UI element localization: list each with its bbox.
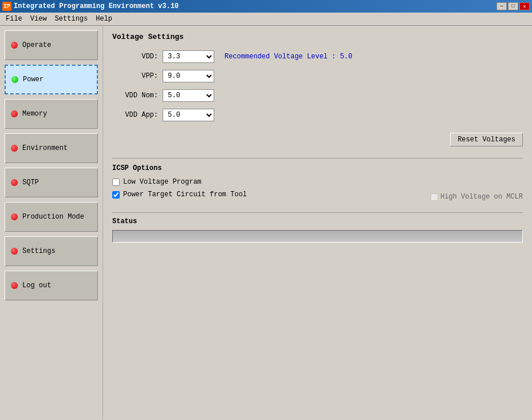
vdd-nom-select[interactable]: 5.0 3.3 2.5	[163, 89, 214, 102]
title-bar: IP Integrated Programming Environment v3…	[0, 0, 532, 13]
title-bar-controls: ─ □ ✕	[496, 2, 530, 10]
vdd-app-label: VDD App:	[112, 111, 158, 119]
sidebar: Operate Power Memory Environment SQTP Pr…	[0, 26, 103, 419]
reset-btn-row: Reset Voltages	[112, 133, 523, 146]
sidebar-item-power-label: Power	[23, 76, 44, 84]
sidebar-item-settings[interactable]: Settings	[5, 236, 98, 266]
voltage-section-title: Voltage Settings	[112, 33, 523, 41]
icsp-section-title: ICSP Options	[112, 164, 523, 172]
icsp-bottom-row: Power Target Circuit from Tool High Volt…	[112, 191, 523, 203]
sidebar-item-log-out[interactable]: Log out	[5, 271, 98, 300]
status-section: Status	[112, 212, 523, 243]
content-area: Voltage Settings VDD: 3.3 5.0 3.6 2.5 Re…	[103, 26, 532, 419]
memory-status-dot	[11, 110, 18, 117]
log-out-status-dot	[11, 282, 18, 289]
low-voltage-row: Low Voltage Program	[112, 178, 523, 186]
vdd-row: VDD: 3.3 5.0 3.6 2.5 Recommended Voltage…	[112, 50, 523, 63]
sidebar-item-memory-label: Memory	[22, 110, 47, 118]
sqtp-status-dot	[11, 179, 18, 186]
sidebar-item-operate[interactable]: Operate	[5, 30, 98, 60]
low-voltage-checkbox[interactable]	[112, 179, 120, 186]
vdd-label: VDD:	[112, 53, 158, 61]
vdd-nom-label: VDD Nom:	[112, 92, 158, 100]
vdd-app-select[interactable]: 5.0 3.3 2.5	[163, 109, 214, 121]
status-title: Status	[112, 217, 523, 225]
sidebar-item-log-out-label: Log out	[22, 282, 51, 290]
status-bar	[112, 230, 523, 243]
menu-view[interactable]: View	[27, 14, 50, 24]
icsp-section: ICSP Options Low Voltage Program Power T…	[112, 158, 523, 203]
menu-settings[interactable]: Settings	[52, 14, 92, 24]
title-bar-text: Integrated Programming Environment v3.10	[14, 2, 179, 10]
sidebar-item-environment[interactable]: Environment	[5, 133, 98, 163]
menu-help[interactable]: Help	[92, 14, 116, 24]
title-bar-left: IP Integrated Programming Environment v3…	[2, 2, 179, 11]
menu-file[interactable]: File	[2, 14, 26, 24]
restore-button[interactable]: □	[508, 2, 518, 10]
low-voltage-label: Low Voltage Program	[123, 178, 202, 186]
power-target-label: Power Target Circuit from Tool	[123, 191, 247, 199]
reset-voltages-button[interactable]: Reset Voltages	[450, 133, 523, 146]
power-target-checkbox[interactable]	[112, 191, 120, 199]
close-button[interactable]: ✕	[519, 2, 530, 10]
settings-status-dot	[11, 248, 18, 255]
sidebar-item-sqtp[interactable]: SQTP	[5, 168, 98, 197]
sidebar-item-sqtp-label: SQTP	[22, 179, 39, 187]
vdd-select[interactable]: 3.3 5.0 3.6 2.5	[163, 50, 214, 63]
voltage-section: Voltage Settings VDD: 3.3 5.0 3.6 2.5 Re…	[112, 33, 523, 121]
vdd-nom-row: VDD Nom: 5.0 3.3 2.5	[112, 89, 523, 102]
minimize-button[interactable]: ─	[496, 2, 507, 10]
sidebar-item-memory[interactable]: Memory	[5, 99, 98, 129]
app-icon: IP	[2, 2, 11, 11]
environment-status-dot	[11, 145, 18, 152]
recommended-voltage-text: Recommended Voltage Level : 5.0	[224, 53, 352, 61]
main-container: Operate Power Memory Environment SQTP Pr…	[0, 26, 532, 419]
menu-bar: File View Settings Help	[0, 13, 532, 26]
sidebar-item-power[interactable]: Power	[5, 65, 98, 94]
vpp-select[interactable]: 9.0 12.0 13.0	[163, 70, 214, 82]
high-voltage-checkbox	[431, 193, 438, 201]
high-voltage-label: High Voltage on MCLR	[440, 193, 523, 201]
high-voltage-row: High Voltage on MCLR	[431, 193, 523, 201]
power-status-dot	[11, 76, 18, 83]
vpp-row: VPP: 9.0 12.0 13.0	[112, 70, 523, 82]
sidebar-item-operate-label: Operate	[22, 41, 51, 49]
vdd-app-row: VDD App: 5.0 3.3 2.5	[112, 109, 523, 121]
sidebar-item-production-mode[interactable]: Production Mode	[5, 202, 98, 232]
sidebar-item-settings-label: Settings	[22, 247, 56, 255]
sidebar-item-environment-label: Environment	[22, 144, 68, 152]
sidebar-item-production-mode-label: Production Mode	[22, 213, 84, 221]
operate-status-dot	[11, 42, 18, 49]
production-mode-status-dot	[11, 213, 18, 220]
vpp-label: VPP:	[112, 72, 158, 80]
power-target-row: Power Target Circuit from Tool	[112, 191, 247, 199]
